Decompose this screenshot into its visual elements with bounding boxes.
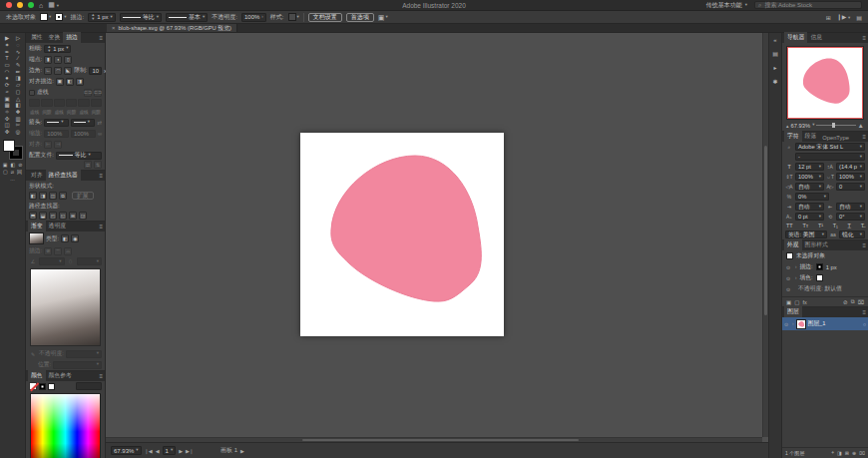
divide-icon[interactable]: ⬒ (29, 212, 37, 220)
panel-menu-icon[interactable]: ≡ (862, 242, 866, 248)
arrow-align-tip-icon[interactable]: ⊢ (44, 141, 52, 149)
pen-tool[interactable]: ✒ (2, 48, 13, 55)
eraser-tool[interactable]: ◨ (13, 75, 24, 82)
brush-definition-dropdown[interactable]: 基本▾ (166, 13, 208, 22)
document-tab[interactable]: × blob-shape.svg @ 67.93% (RGB/GPU 预览) (107, 24, 237, 32)
gradient-mode-icon[interactable]: ◧ (10, 162, 15, 168)
line-segment-tool[interactable]: ∕ (13, 55, 24, 62)
status-menu-icon[interactable]: ▶ (240, 448, 244, 454)
cap-round-icon[interactable]: ◖ (54, 56, 62, 64)
select-similar-dropdown[interactable]: ▣▾ (378, 14, 388, 21)
dash-preserve-icon[interactable]: ⊏⊐ (84, 89, 92, 97)
minus-front-icon[interactable]: ◨ (39, 192, 47, 200)
magic-wand-tool[interactable]: ✦ (2, 42, 13, 49)
corner-bevel-icon[interactable]: ◣ (64, 67, 72, 75)
first-artboard-icon[interactable]: ❘◀ (145, 448, 153, 454)
kerning-dropdown[interactable]: 自动▾ (795, 183, 824, 191)
layer-visibility-icon[interactable]: ⊙ (784, 321, 790, 327)
leading-field[interactable]: (14.4 p▾ (836, 163, 865, 171)
more-tools-icon[interactable]: … (10, 176, 15, 182)
symbol-sprayer-tool[interactable]: ✣ (2, 115, 13, 122)
antialias-dropdown[interactable]: 锐化▾ (839, 230, 865, 238)
align-inside-icon[interactable]: ◧ (66, 78, 74, 86)
tab-navigator[interactable]: 导航器 (784, 32, 807, 43)
navigator-zoom-slider[interactable] (816, 125, 855, 126)
gradient-eyedropper-icon[interactable]: ✎ (29, 351, 37, 357)
linear-gradient-icon[interactable]: ◧ (61, 234, 69, 242)
new-sublayer-icon[interactable]: ⊞ (845, 450, 849, 456)
minimize-window-icon[interactable] (17, 2, 23, 8)
all-caps-button[interactable]: TT (786, 223, 793, 229)
stroke-weight-field[interactable]: ▲▼1 px▾ (88, 13, 116, 22)
panel-menu-icon[interactable]: ≡ (862, 35, 866, 41)
appearance-stroke-swatch[interactable] (816, 263, 823, 270)
subscript-button[interactable]: T₁ (833, 223, 838, 229)
lasso-tool[interactable]: ◌ (13, 42, 24, 49)
expand-dock-icon[interactable]: « (773, 37, 776, 43)
arrow-start-dropdown[interactable]: ▾ (44, 119, 68, 127)
fill-proxy-swatch[interactable] (3, 140, 15, 152)
tracking-field[interactable]: 0▾ (836, 183, 865, 191)
appearance-fill-label[interactable]: 填色: (800, 273, 813, 282)
expand-chevron-icon[interactable]: › (795, 264, 797, 269)
tab-stroke[interactable]: 描边 (63, 32, 81, 43)
underline-button[interactable]: T̲ (848, 223, 851, 229)
dash-field-2[interactable] (54, 99, 65, 107)
gap-field-1[interactable] (41, 99, 52, 107)
tab-graphic-styles[interactable]: 图形样式 (802, 239, 831, 250)
superscript-button[interactable]: T¹ (818, 223, 823, 229)
appearance-stroke-label[interactable]: 描边: (800, 262, 813, 271)
fill-color-dropdown[interactable]: ▾ (40, 13, 51, 21)
mesh-tool[interactable]: ▦ (2, 102, 13, 109)
space-right-dropdown[interactable]: 自动▾ (836, 203, 865, 211)
add-fill-icon[interactable]: ▢ (794, 299, 799, 305)
arrow-align-end-icon[interactable]: ⊣ (54, 141, 62, 149)
make-clip-mask-icon[interactable]: ◨ (837, 450, 842, 456)
flip-across-icon[interactable]: ⇅ (94, 161, 102, 169)
language-dropdown[interactable]: 英语: 美国▾ (785, 230, 827, 238)
add-stroke-icon[interactable]: ▣ (786, 299, 791, 305)
perspective-grid-tool[interactable]: △ (13, 95, 24, 102)
appearance-opacity-value[interactable]: 默认值 (824, 285, 841, 291)
free-transform-tool[interactable]: ◻ (13, 89, 24, 96)
hand-tool[interactable]: ✜ (2, 129, 13, 136)
none-color-swatch[interactable] (29, 382, 37, 390)
color-mode-icon[interactable]: ▣ (3, 162, 8, 168)
tab-opentype[interactable]: OpenType (819, 134, 852, 142)
visibility-eye-icon[interactable]: ⊙ (786, 264, 792, 270)
minus-back-icon[interactable]: ◲ (79, 212, 87, 220)
next-artboard-icon[interactable]: ▶ (179, 448, 183, 454)
dashed-line-checkbox[interactable] (29, 90, 35, 96)
zoom-level-dropdown[interactable]: 67.93%▾ (111, 446, 142, 455)
gradient-tool[interactable]: ◧ (13, 102, 24, 109)
unite-icon[interactable]: ◧ (29, 192, 37, 200)
gap-field-2[interactable] (66, 99, 77, 107)
preferences-button[interactable]: 首选项 (346, 13, 374, 22)
gradient-slider[interactable] (30, 268, 101, 346)
stroke-across-icon[interactable]: ⌓ (64, 247, 72, 255)
crop-icon[interactable]: ◱ (59, 212, 67, 220)
width-tool[interactable]: ≈ (2, 89, 13, 96)
arrow-scale-end-field[interactable]: 100% (71, 130, 96, 138)
baseline-shift-field[interactable]: 0 pt▾ (795, 213, 824, 221)
tab-transform[interactable]: 变换 (46, 32, 64, 43)
intersect-icon[interactable]: ◫ (49, 192, 57, 200)
strikethrough-button[interactable]: T̶ (861, 223, 864, 229)
artboard-number-dropdown[interactable]: 1▾ (163, 446, 177, 455)
small-caps-button[interactable]: Tᴛ (802, 223, 808, 229)
tab-character[interactable]: 字符 (784, 131, 802, 142)
arrange-icon[interactable]: ▦ ▾ (48, 1, 59, 9)
gradient-opacity-field[interactable]: ▾ (66, 350, 102, 358)
eyedropper-tool[interactable]: ✧ (2, 109, 13, 116)
blend-tool[interactable]: ❖ (13, 109, 24, 116)
panel-menu-icon[interactable]: ≡ (862, 134, 866, 140)
artboard[interactable] (300, 133, 504, 336)
collapsed-panel-icon[interactable]: ▤ (772, 50, 778, 57)
arrow-scale-start-field[interactable]: 100% (44, 130, 69, 138)
appearance-opacity-label[interactable]: 不透明度: (798, 285, 823, 291)
zoom-out-icon[interactable]: ▴ (786, 123, 789, 129)
tab-gradient[interactable]: 渐变 (28, 221, 46, 231)
panel-menu-icon[interactable]: ≡ (862, 309, 866, 315)
appearance-stroke-weight[interactable]: 1 px (826, 264, 837, 270)
presentation-mode-icon[interactable]: ❙▶ ▾ (837, 13, 851, 21)
